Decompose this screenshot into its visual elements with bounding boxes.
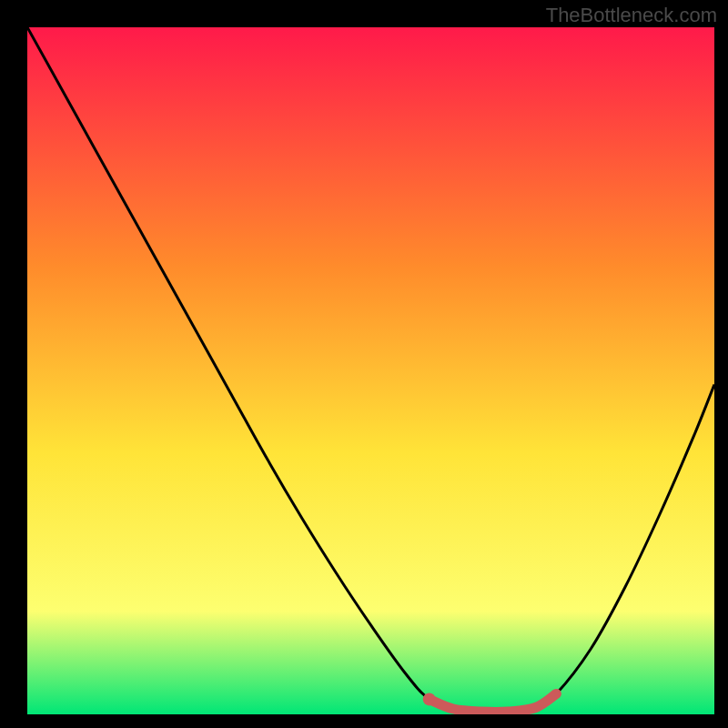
marker-start-dot bbox=[423, 693, 436, 705]
chart-svg bbox=[27, 27, 714, 714]
attribution-text: TheBottleneck.com bbox=[546, 4, 717, 27]
chart-canvas bbox=[27, 27, 714, 714]
